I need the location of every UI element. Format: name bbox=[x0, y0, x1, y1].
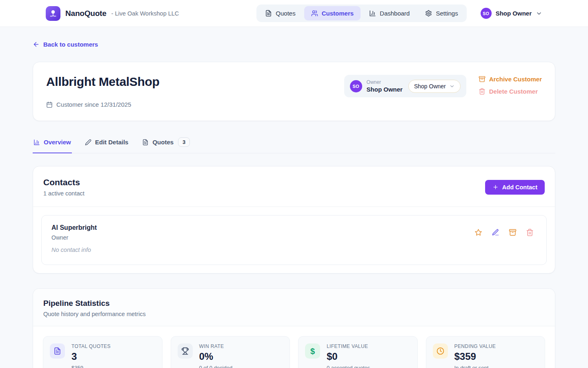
gear-icon bbox=[425, 10, 432, 17]
nav-item-settings[interactable]: Settings bbox=[418, 6, 465, 20]
archive-icon bbox=[479, 76, 486, 83]
user-name: Shop Owner bbox=[496, 10, 532, 17]
tab-label: Overview bbox=[44, 139, 71, 146]
delete-contact-button[interactable] bbox=[526, 229, 534, 236]
stat-card-total-quotes: TOTAL QUOTES 3 $359 bbox=[43, 336, 163, 368]
contacts-title: Contacts bbox=[43, 177, 85, 187]
stat-sub: 0 of 0 decided bbox=[199, 365, 233, 368]
stat-label: LIFETIME VALUE bbox=[327, 343, 370, 349]
archive-customer-label: Archive Customer bbox=[489, 76, 542, 83]
file-text-icon bbox=[265, 10, 272, 17]
pipeline-statistics-section: Pipeline Statistics Quote history and pe… bbox=[33, 288, 555, 368]
quotes-count-badge: 3 bbox=[178, 137, 190, 147]
trash-icon bbox=[526, 229, 534, 236]
back-to-customers-link[interactable]: Back to customers bbox=[33, 41, 98, 48]
pipeline-title: Pipeline Statistics bbox=[43, 299, 545, 308]
add-contact-button[interactable]: Add Contact bbox=[485, 180, 545, 195]
customer-since-label: Customer since 12/31/2025 bbox=[56, 101, 131, 108]
app-logo-icon bbox=[46, 6, 60, 21]
stat-sub: $359 bbox=[71, 365, 111, 368]
nav-label: Settings bbox=[436, 10, 458, 17]
back-link-label: Back to customers bbox=[43, 41, 98, 48]
customer-since: Customer since 12/31/2025 bbox=[46, 101, 344, 108]
nav-item-dashboard[interactable]: Dashboard bbox=[362, 6, 416, 20]
chevron-down-icon bbox=[536, 10, 542, 17]
stat-card-pending-value: PENDING VALUE $359 In draft or sent bbox=[426, 336, 546, 368]
stat-value: 3 bbox=[71, 351, 111, 362]
customer-header-card: Allbright MetalShop Customer since 12/31… bbox=[33, 62, 555, 121]
contacts-subtitle: 1 active contact bbox=[43, 190, 85, 197]
add-contact-label: Add Contact bbox=[502, 184, 537, 191]
star-contact-button[interactable] bbox=[474, 229, 482, 236]
chevron-down-icon bbox=[449, 83, 455, 89]
top-bar: NanoQuote - Live Oak Workshop LLC Quotes… bbox=[0, 0, 588, 27]
user-menu[interactable]: SO Shop Owner bbox=[481, 8, 542, 19]
archive-contact-button[interactable] bbox=[509, 229, 517, 236]
delete-customer-button[interactable]: Delete Customer bbox=[479, 88, 538, 95]
contact-card: Al Superbright Owner No contact info bbox=[41, 215, 547, 265]
archive-icon bbox=[509, 229, 517, 236]
org-name: - Live Oak Workshop LLC bbox=[111, 10, 179, 17]
contact-info: No contact info bbox=[51, 247, 97, 253]
tab-quotes[interactable]: Quotes 3 bbox=[141, 137, 191, 153]
users-icon bbox=[311, 10, 318, 17]
contact-name: Al Superbright bbox=[51, 224, 97, 231]
pencil-icon bbox=[492, 229, 499, 236]
clock-icon bbox=[433, 343, 448, 359]
stat-label: WIN RATE bbox=[199, 343, 233, 349]
owner-box: SO Owner Shop Owner Shop Owner bbox=[344, 75, 466, 97]
contacts-section: Contacts 1 active contact Add Contact Al… bbox=[33, 166, 555, 274]
archive-customer-button[interactable]: Archive Customer bbox=[479, 76, 542, 83]
stat-label: TOTAL QUOTES bbox=[71, 343, 111, 349]
stat-card-lifetime-value: $ LIFETIME VALUE $0 0 accepted quotes bbox=[298, 336, 418, 368]
owner-select[interactable]: Shop Owner bbox=[408, 80, 461, 93]
stats-grid: TOTAL QUOTES 3 $359 WIN RATE 0% 0 of 0 d… bbox=[33, 326, 555, 368]
main-nav: Quotes Customers Dashboard Settings bbox=[256, 4, 466, 22]
tab-label: Edit Details bbox=[95, 139, 129, 146]
pencil-icon bbox=[85, 139, 91, 146]
nav-item-customers[interactable]: Customers bbox=[304, 6, 361, 20]
plus-icon bbox=[492, 184, 499, 190]
customer-tabs: Overview Edit Details Quotes 3 bbox=[33, 137, 555, 153]
customer-name: Allbright MetalShop bbox=[46, 75, 344, 89]
trophy-icon bbox=[178, 343, 193, 359]
file-text-icon bbox=[50, 343, 65, 359]
app-name: NanoQuote bbox=[65, 9, 107, 18]
stat-value: 0% bbox=[199, 351, 233, 362]
tab-overview[interactable]: Overview bbox=[33, 137, 72, 153]
dollar-icon: $ bbox=[305, 343, 320, 359]
arrow-left-icon bbox=[33, 41, 40, 48]
edit-contact-button[interactable] bbox=[492, 229, 499, 236]
user-avatar: SO bbox=[481, 8, 492, 19]
nav-label: Customers bbox=[322, 10, 354, 17]
trash-icon bbox=[479, 88, 486, 95]
owner-avatar: SO bbox=[350, 80, 362, 92]
stat-value: $359 bbox=[454, 351, 496, 362]
nav-label: Dashboard bbox=[380, 10, 410, 17]
file-text-icon bbox=[142, 139, 149, 146]
nav-label: Quotes bbox=[276, 10, 295, 17]
contact-role: Owner bbox=[51, 234, 97, 241]
stat-card-win-rate: WIN RATE 0% 0 of 0 decided bbox=[171, 336, 290, 368]
brand: NanoQuote - Live Oak Workshop LLC bbox=[46, 6, 179, 21]
stat-sub: 0 accepted quotes bbox=[327, 365, 370, 368]
tab-edit-details[interactable]: Edit Details bbox=[84, 137, 129, 153]
star-icon bbox=[474, 229, 482, 236]
bar-chart-icon bbox=[369, 10, 376, 17]
stat-value: $0 bbox=[327, 351, 370, 362]
stat-sub: In draft or sent bbox=[454, 365, 496, 368]
calendar-icon bbox=[46, 101, 53, 108]
owner-label: Owner bbox=[367, 79, 403, 85]
tab-label: Quotes bbox=[152, 139, 174, 146]
owner-select-value: Shop Owner bbox=[414, 83, 446, 90]
owner-name: Shop Owner bbox=[367, 86, 403, 93]
bar-chart-icon bbox=[33, 139, 40, 146]
delete-customer-label: Delete Customer bbox=[489, 88, 538, 95]
nav-item-quotes[interactable]: Quotes bbox=[258, 6, 302, 20]
pipeline-subtitle: Quote history and performance metrics bbox=[43, 311, 545, 317]
stat-label: PENDING VALUE bbox=[454, 343, 496, 349]
